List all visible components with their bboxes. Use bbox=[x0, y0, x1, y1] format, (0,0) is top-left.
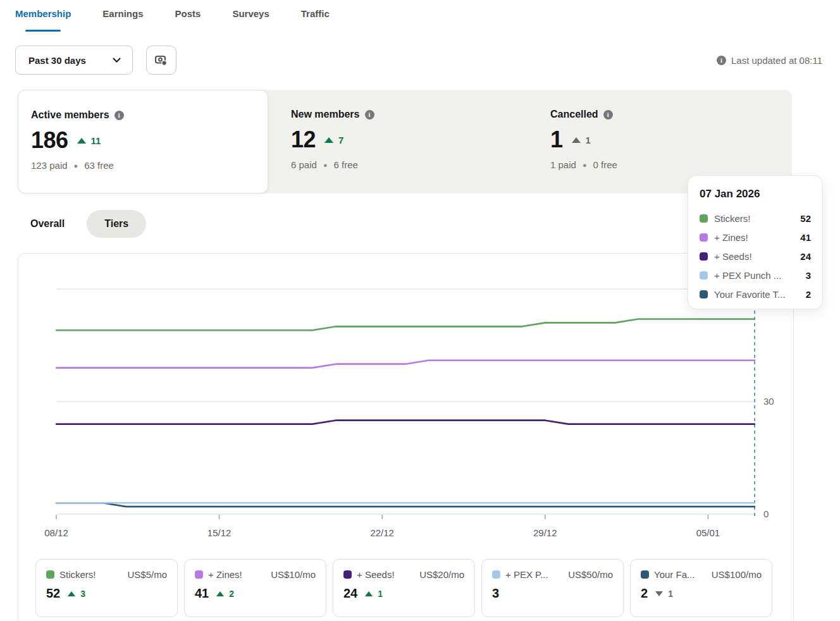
tier-color-dot bbox=[343, 570, 352, 579]
tier-member-count: 41 bbox=[195, 586, 209, 601]
tab-traffic[interactable]: Traffic bbox=[301, 8, 330, 22]
tier-price: US$5/mo bbox=[127, 569, 167, 580]
tier-card-seeds[interactable]: + Seeds! US$20/mo 24 1 bbox=[333, 559, 475, 617]
tier-name: + PEX P... bbox=[505, 569, 563, 580]
tier-card-zines[interactable]: + Zines! US$10/mo 41 2 bbox=[184, 559, 326, 617]
new-members-breakdown: 6 paid●6 free bbox=[291, 159, 374, 170]
stat-card-new-members[interactable]: New members i 12 7 6 paid●6 free bbox=[291, 109, 374, 170]
tier-name: Your Fa... bbox=[654, 569, 707, 580]
coin-icon bbox=[154, 52, 169, 68]
tier-price: US$20/mo bbox=[419, 569, 464, 580]
tier-name: + Seeds! bbox=[357, 569, 414, 580]
date-range-value: Past 30 days bbox=[28, 55, 86, 66]
tooltip-row: + PEX Punch ... 3 bbox=[700, 266, 811, 285]
cancelled-breakdown: 1 paid●0 free bbox=[550, 159, 617, 170]
tooltip-row: Stickers! 52 bbox=[700, 209, 811, 228]
up-triangle-icon bbox=[77, 138, 86, 144]
up-triangle-icon bbox=[68, 591, 75, 596]
tooltip-row: Your Favorite T... 2 bbox=[700, 285, 811, 304]
tier-name: + Zines! bbox=[208, 569, 266, 580]
tier-color-dot bbox=[46, 570, 54, 579]
svg-text:05/01: 05/01 bbox=[696, 527, 720, 538]
cancelled-label: Cancelled bbox=[550, 109, 598, 120]
tier-card-stickers[interactable]: Stickers! US$5/mo 52 3 bbox=[35, 559, 178, 617]
active-tab-underline bbox=[25, 30, 61, 32]
tier-color-dot bbox=[492, 570, 500, 579]
info-icon: i bbox=[114, 111, 124, 120]
svg-text:0: 0 bbox=[763, 508, 769, 519]
down-triangle-icon bbox=[655, 591, 663, 596]
svg-text:15/12: 15/12 bbox=[207, 527, 232, 538]
tab-tiers[interactable]: Tiers bbox=[87, 210, 146, 238]
series-color-dot bbox=[700, 214, 708, 223]
tab-earnings[interactable]: Earnings bbox=[102, 8, 143, 22]
series-color-dot bbox=[700, 290, 708, 298]
tab-membership[interactable]: Membership bbox=[15, 8, 71, 22]
cancelled-delta: 1 bbox=[572, 135, 591, 145]
series-color-dot bbox=[700, 233, 708, 242]
tier-name: Stickers! bbox=[59, 569, 122, 580]
last-updated-text: Last updated at 08:11 bbox=[731, 55, 822, 66]
new-members-delta: 7 bbox=[324, 135, 343, 145]
cancelled-value: 1 bbox=[550, 126, 563, 153]
tier-member-count: 24 bbox=[343, 586, 357, 601]
tab-posts[interactable]: Posts bbox=[175, 8, 201, 22]
chevron-down-icon bbox=[113, 58, 121, 63]
up-triangle-icon bbox=[365, 591, 373, 596]
active-members-value: 186 bbox=[31, 127, 68, 154]
tab-surveys[interactable]: Surveys bbox=[232, 8, 269, 22]
tab-overall[interactable]: Overall bbox=[30, 218, 65, 230]
tab-membership-label: Membership bbox=[15, 8, 71, 19]
svg-text:29/12: 29/12 bbox=[533, 527, 557, 538]
new-members-label: New members bbox=[291, 109, 360, 120]
tier-color-dot bbox=[195, 570, 203, 579]
tier-price: US$100/mo bbox=[712, 569, 762, 580]
up-triangle-icon bbox=[324, 137, 333, 143]
tooltip-row: + Seeds! 24 bbox=[700, 247, 811, 266]
tier-card-your-favorite[interactable]: Your Fa... US$100/mo 2 1 bbox=[630, 559, 772, 617]
info-icon: i bbox=[717, 56, 726, 65]
series-color-dot bbox=[700, 252, 708, 261]
svg-text:22/12: 22/12 bbox=[370, 527, 394, 538]
series-color-dot bbox=[700, 271, 708, 280]
tier-delta: 1 bbox=[655, 589, 673, 599]
up-triangle-icon bbox=[572, 137, 581, 143]
date-range-select[interactable]: Past 30 days bbox=[15, 46, 133, 75]
tier-member-count: 52 bbox=[46, 586, 60, 601]
tooltip-date: 07 Jan 2026 bbox=[700, 188, 811, 200]
active-members-delta: 11 bbox=[77, 135, 101, 146]
tiers-line-chart[interactable]: 0306008/1215/1222/1229/1205/01 bbox=[18, 254, 793, 551]
tier-color-dot bbox=[641, 570, 649, 579]
tiers-chart-card: 0306008/1215/1222/1229/1205/01 Stickers!… bbox=[18, 253, 794, 621]
svg-text:08/12: 08/12 bbox=[44, 527, 68, 538]
tooltip-row: + Zines! 41 bbox=[700, 228, 811, 247]
up-triangle-icon bbox=[216, 591, 224, 596]
info-icon: i bbox=[365, 110, 374, 120]
tier-card-pex-punch[interactable]: + PEX P... US$50/mo 3 bbox=[481, 559, 624, 617]
stat-card-cancelled[interactable]: Cancelled i 1 1 1 paid●0 free bbox=[550, 109, 617, 170]
active-members-label: Active members bbox=[31, 109, 109, 121]
chart-hover-tooltip: 07 Jan 2026 Stickers! 52 + Zines! 41 + S… bbox=[688, 175, 823, 309]
active-members-breakdown: 123 paid●63 free bbox=[31, 160, 260, 171]
tier-delta: 3 bbox=[68, 589, 85, 599]
info-icon: i bbox=[603, 110, 613, 120]
tier-delta: 1 bbox=[365, 589, 383, 599]
tier-member-count: 3 bbox=[492, 586, 499, 601]
tier-delta: 2 bbox=[216, 589, 234, 599]
stat-card-active-members[interactable]: Active members i 186 11 123 paid●63 free bbox=[18, 90, 268, 194]
tier-member-count: 2 bbox=[641, 586, 648, 601]
new-members-value: 12 bbox=[291, 126, 316, 153]
last-updated-status: i Last updated at 08:11 bbox=[717, 55, 822, 66]
currency-toggle-button[interactable] bbox=[146, 46, 176, 75]
top-nav: Membership Earnings Posts Surveys Traffi… bbox=[15, 8, 330, 22]
chart-view-tabs: Overall Tiers bbox=[30, 210, 146, 238]
svg-text:30: 30 bbox=[763, 396, 774, 407]
tier-price: US$10/mo bbox=[271, 569, 316, 580]
tier-price: US$50/mo bbox=[568, 569, 613, 580]
